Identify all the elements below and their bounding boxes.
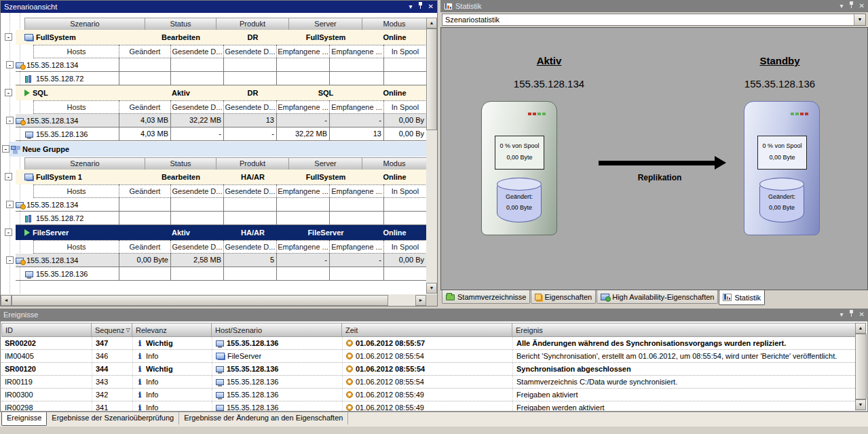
column-header[interactable]: Modus <box>362 157 427 170</box>
hosts-column-header[interactable]: Gesendete D... <box>170 184 223 198</box>
scenario-row[interactable]: -FullSystemBearbeitenDRFullSystemOnline <box>1 30 427 45</box>
hosts-column-header[interactable]: Geändert <box>119 240 170 254</box>
close-icon[interactable]: ✕ <box>859 309 865 321</box>
host-row[interactable]: 155.35.128.136 <box>1 267 427 281</box>
column-header[interactable]: Szenario <box>24 157 145 170</box>
scenario-row[interactable]: -FullSystem 1BearbeitenHA/ARFullSystemOn… <box>1 170 427 184</box>
host-row[interactable]: 155.35.128.72 <box>1 212 427 225</box>
hosts-column-header[interactable]: Gesendete D... <box>223 100 276 114</box>
expand-toggle[interactable]: - <box>5 229 12 236</box>
hosts-column-header[interactable]: Gesendete D... <box>170 240 223 254</box>
expand-toggle[interactable]: - <box>6 117 14 124</box>
hosts-column-header[interactable]: Gesendete D... <box>223 45 276 58</box>
hosts-column-header[interactable]: Empfangene ... <box>329 184 383 198</box>
scenario-row[interactable]: -SQLAktivDRSQLOnline <box>1 85 427 100</box>
column-header[interactable]: Produkt <box>216 157 289 170</box>
events-column-header-host-szenario[interactable]: Host/Szenario <box>212 323 342 337</box>
hosts-column-header[interactable]: Gesendete D... <box>223 184 276 198</box>
scenario-horizontal-scrollbar[interactable]: ◄ ► <box>1 294 426 306</box>
hosts-column-header[interactable]: Geändert <box>119 100 170 114</box>
hosts-column-header[interactable]: Empfangene ... <box>329 45 383 58</box>
hosts-column-header[interactable]: Empfangene ... <box>329 100 383 114</box>
event-row[interactable]: SR00120344ℹWichtig155.35.128.13601.06.20… <box>1 363 855 376</box>
hosts-column-header[interactable]: Empfangene ... <box>276 184 329 198</box>
event-row[interactable]: IR00119343ℹInfo155.35.128.13601.06.2012 … <box>1 376 855 389</box>
host-row[interactable]: -155.35.128.1340,00 Byte2,58 MB5--0,00 B… <box>1 254 427 267</box>
hosts-column-header[interactable]: Geändert <box>119 184 170 198</box>
host-row[interactable]: 155.35.128.72 <box>1 72 427 85</box>
tab-ergebnisse-der-szenario-berpr-fung[interactable]: Ergebnisse der Szenarioüberprüfung <box>47 412 179 425</box>
event-row[interactable]: IR00300342ℹInfo155.35.128.13601.06.2012 … <box>1 389 855 401</box>
event-row[interactable]: IM00405346ℹInfoFileServer01.06.2012 08:5… <box>1 350 855 363</box>
tab-statistik[interactable]: Statistik <box>719 290 765 305</box>
hosts-column-header[interactable]: Gesendete D... <box>223 240 276 254</box>
column-header[interactable]: Szenario <box>24 18 145 31</box>
column-header[interactable]: Produkt <box>216 18 289 31</box>
chevron-down-icon[interactable]: ▾ <box>840 309 844 321</box>
close-icon[interactable]: ✕ <box>428 1 434 13</box>
column-header[interactable]: Server <box>289 18 362 31</box>
pin-icon[interactable] <box>849 309 854 321</box>
group-row[interactable]: -Neue Gruppe <box>1 141 427 157</box>
column-header[interactable]: Status <box>145 18 216 31</box>
scenario-row[interactable]: -FileServerAktivHA/ARFileServerOnline <box>1 225 427 240</box>
chevron-down-icon[interactable]: ▾ <box>409 1 413 13</box>
events-vertical-scrollbar[interactable]: ▲ ▼ <box>855 323 867 410</box>
expand-toggle[interactable]: - <box>6 201 14 208</box>
hosts-column-header[interactable]: In Spool <box>383 184 427 198</box>
close-icon[interactable]: ✕ <box>859 0 865 12</box>
tab-high-availability-eigenschaften[interactable]: High Availability-Eigenschaften <box>597 290 718 304</box>
statistics-type-dropdown[interactable]: Szenariostatistik ▼ <box>442 14 866 26</box>
host-row[interactable]: 155.35.128.1364,03 MB--32,22 MB130,00 By <box>1 127 427 141</box>
column-header[interactable]: Modus <box>362 18 427 31</box>
expand-toggle[interactable]: - <box>6 61 14 68</box>
event-row[interactable]: IR00298341ℹInfo155.35.128.13601.06.2012 … <box>1 401 855 411</box>
pin-icon[interactable] <box>849 0 854 12</box>
hosts-column-header[interactable]: Gesendete D... <box>170 45 223 58</box>
tab-ereignisse[interactable]: Ereignisse <box>1 412 47 426</box>
scroll-right-icon[interactable]: ► <box>415 295 426 306</box>
tab-stammverzeichnisse[interactable]: Stammverzeichnisse <box>442 290 530 304</box>
events-column-header-sequenz[interactable]: Sequenz▽ <box>92 323 132 337</box>
events-column-header-relevanz[interactable]: Relevanz <box>132 323 212 337</box>
hosts-column-header[interactable]: Hosts <box>33 45 119 58</box>
tab-eigenschaften[interactable]: Eigenschaften <box>531 290 596 304</box>
host-row[interactable]: -155.35.128.1344,03 MB32,22 MB13--0,00 B… <box>1 114 427 127</box>
hosts-column-header[interactable]: Geändert <box>119 45 170 58</box>
hosts-column-header[interactable]: Hosts <box>33 100 119 114</box>
event-row[interactable]: SR00202347ℹWichtig155.35.128.13601.06.20… <box>1 337 855 350</box>
hosts-column-header[interactable]: Empfangene ... <box>276 45 329 58</box>
hosts-column-header[interactable]: In Spool <box>383 45 427 58</box>
column-header[interactable]: Status <box>145 157 216 170</box>
hosts-column-header[interactable]: Hosts <box>33 240 119 254</box>
scenario-vertical-scrollbar[interactable]: ▲ ▼ <box>426 18 437 294</box>
expand-toggle[interactable]: - <box>2 145 10 153</box>
events-column-header-zeit[interactable]: Zeit <box>342 323 512 337</box>
scroll-down-icon[interactable]: ▼ <box>426 283 437 294</box>
column-header[interactable]: Server <box>289 157 362 170</box>
tab-ergebnisse-der-nderung-an-den-eigenschaften[interactable]: Ergebnisse der Änderung an den Eigenscha… <box>179 412 348 425</box>
pin-icon[interactable] <box>418 1 423 13</box>
events-column-header-id[interactable]: ID <box>1 323 92 337</box>
scrollbar-thumb[interactable] <box>426 28 437 130</box>
expand-toggle[interactable]: - <box>5 89 12 96</box>
scroll-left-icon[interactable]: ◄ <box>1 295 12 306</box>
expand-toggle[interactable]: - <box>5 173 12 180</box>
hosts-column-header[interactable]: Hosts <box>33 184 119 198</box>
hosts-column-header[interactable]: In Spool <box>383 100 427 114</box>
expand-toggle[interactable]: - <box>5 33 12 41</box>
chevron-down-icon[interactable]: ▼ <box>854 14 865 25</box>
scroll-up-icon[interactable]: ▲ <box>426 18 437 28</box>
scroll-up-icon[interactable]: ▲ <box>855 323 866 334</box>
hosts-column-header[interactable]: Empfangene ... <box>329 240 383 254</box>
hosts-column-header[interactable]: Gesendete D... <box>170 100 223 114</box>
hosts-column-header[interactable]: Empfangene ... <box>276 100 329 114</box>
host-row[interactable]: -155.35.128.134 <box>1 198 427 212</box>
scroll-down-icon[interactable]: ▼ <box>855 399 866 410</box>
chevron-down-icon[interactable]: ▾ <box>840 0 844 12</box>
events-column-header-ereignis[interactable]: Ereignis <box>512 323 856 337</box>
scrollbar-thumb[interactable] <box>12 295 388 306</box>
expand-toggle[interactable]: - <box>6 256 14 264</box>
hosts-column-header[interactable]: In Spool <box>383 240 427 254</box>
host-row[interactable]: -155.35.128.134 <box>1 58 427 72</box>
